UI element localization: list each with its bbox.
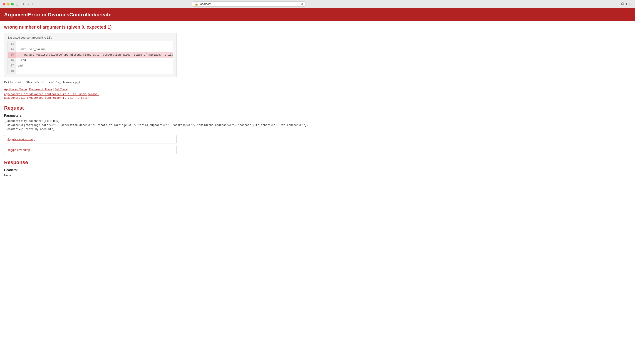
headers-label: Headers: — [4, 168, 631, 172]
toggle-env-link[interactable]: Toggle env dump — [8, 148, 30, 152]
error-title: ArgumentError in DivorcesController#crea… — [4, 12, 631, 18]
line-number: 17 — [8, 63, 16, 68]
trace-line[interactable]: app/controllers/divorces_controller.rb:1… — [4, 93, 631, 96]
line-content: def user_params — [16, 47, 173, 52]
trace-separator-1: | — [27, 88, 29, 91]
source-label-prefix: Extracted source (around line — [8, 36, 47, 39]
tab-grid-icon[interactable]: ⊞ — [629, 2, 632, 6]
address-bar[interactable]: 🔒 localhost ↺ — [192, 1, 306, 6]
line-number: 18 — [8, 68, 16, 74]
trace-list: app/controllers/divorces_controller.rb:1… — [4, 93, 631, 100]
code-line: 18 — [8, 68, 173, 74]
line-content: end — [16, 63, 173, 68]
maximize-button[interactable] — [11, 3, 14, 6]
error-body: wrong number of arguments (given 0, expe… — [0, 21, 635, 186]
line-content: end — [16, 58, 173, 63]
toggle-env-button[interactable]: Toggle env dump — [4, 146, 177, 154]
error-header: ArgumentError in DivorcesController#crea… — [0, 8, 635, 21]
request-section: Request Parameters: {"authenticity_token… — [4, 105, 631, 154]
toggle-session-button[interactable]: Toggle session dump — [4, 135, 177, 144]
rails-root-label: Rails.root: — [4, 81, 24, 84]
rails-root-path: /Users/ariticas/nfs_clone/ccp_2 — [24, 81, 80, 84]
browser-chrome: ⬚ ▾ ‹ › 🔒 localhost ↺ ⎙ + ⊞ — [0, 0, 635, 8]
browser-back-button[interactable]: ‹ — [28, 2, 29, 6]
framework-trace-link[interactable]: Framework Trace — [29, 88, 52, 91]
minimize-button[interactable] — [7, 3, 10, 6]
trace-line[interactable]: app/controllers/divorces_controller.rb:7… — [4, 96, 631, 100]
traffic-lights — [3, 3, 14, 6]
browser-actions: ⎙ + ⊞ — [621, 2, 632, 6]
code-line: 17end — [8, 63, 173, 68]
headers-value: None — [4, 174, 631, 177]
trace-links: Application Trace | Framework Trace | Fu… — [4, 87, 631, 91]
close-button[interactable] — [3, 3, 6, 6]
sidebar-toggle-icon[interactable]: ⬚ — [16, 2, 20, 6]
code-line: 13 — [8, 41, 173, 47]
code-line: 16 end — [8, 58, 173, 63]
line-number: 13 — [8, 41, 16, 47]
toggle-session-link[interactable]: Toggle session dump — [8, 138, 35, 141]
request-section-header: Request — [4, 105, 631, 111]
params-header: Parameters: — [4, 114, 631, 117]
response-section-header: Response — [4, 160, 631, 166]
line-number: 14 — [8, 47, 16, 52]
application-trace-link[interactable]: Application Trace — [4, 88, 27, 91]
code-block: 1314 def user_params15 params.require(:d… — [8, 41, 173, 74]
error-message: wrong number of arguments (given 0, expe… — [4, 21, 631, 33]
params-value: {"authenticity_token"=>"[FILTERED]", "di… — [4, 119, 631, 132]
trace-separator-2: | — [52, 88, 55, 91]
line-number: 15 — [8, 52, 16, 58]
url-text: localhost — [200, 2, 211, 6]
browser-forward-button[interactable]: › — [32, 2, 33, 6]
share-icon[interactable]: ⎙ — [621, 2, 624, 6]
line-number: 16 — [8, 58, 16, 63]
line-content: params.require(:divorce).permit(:marriag… — [16, 52, 173, 58]
line-content — [16, 68, 173, 74]
security-icon: 🔒 — [195, 2, 198, 6]
new-tab-icon[interactable]: + — [625, 2, 627, 6]
source-line-number: 15 — [47, 36, 50, 39]
source-section: Extracted source (around line 15): 1314 … — [4, 33, 177, 77]
code-line: 15 params.require(:divorce).permit(:marr… — [8, 52, 173, 58]
source-label: Extracted source (around line 15): — [8, 36, 173, 39]
reload-icon[interactable]: ↺ — [301, 2, 303, 6]
source-label-suffix: ): — [50, 36, 52, 39]
response-section: Response Headers: None — [4, 160, 631, 177]
code-line: 14 def user_params — [8, 47, 173, 52]
full-trace-link[interactable]: Full Trace — [55, 88, 68, 91]
rails-root: Rails.root: /Users/ariticas/nfs_clone/cc… — [4, 81, 631, 84]
chevron-down-icon[interactable]: ▾ — [22, 2, 25, 6]
line-content — [16, 41, 173, 47]
